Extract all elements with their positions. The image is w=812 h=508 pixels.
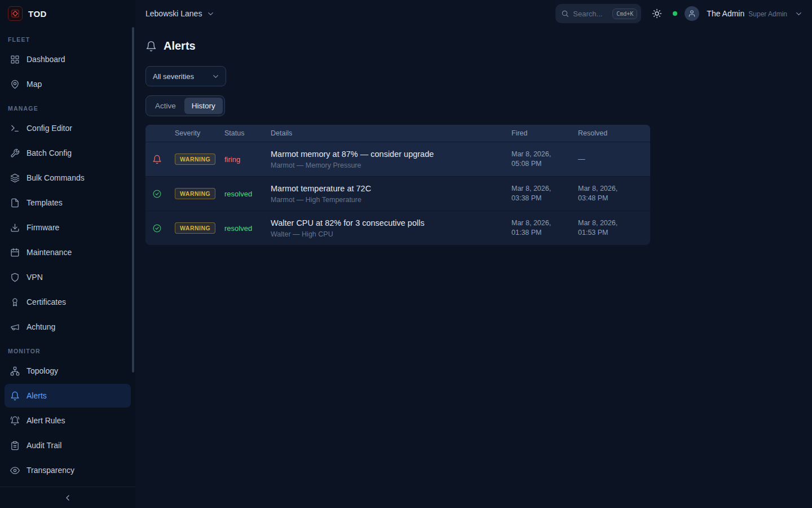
alert-subtitle: Marmot — High Temperature: [271, 196, 508, 204]
chevron-down-icon[interactable]: [795, 10, 803, 18]
sidebar-item-label: Batch Config: [27, 148, 72, 157]
tab-history[interactable]: History: [184, 98, 223, 114]
bell-ring-icon: [10, 416, 20, 426]
chevron-left-icon: [63, 493, 72, 502]
sidebar-item-vpn[interactable]: VPN: [5, 265, 131, 289]
fired-timestamp: Mar 8, 2026, 05:08 PM: [511, 150, 575, 169]
page-header: Alerts: [145, 40, 798, 52]
sidebar-item-config-editor[interactable]: Config Editor: [5, 116, 131, 140]
sidebar-item-dashboard[interactable]: Dashboard: [5, 47, 131, 71]
tod-logo-icon: [8, 6, 23, 21]
file-icon: [10, 198, 20, 208]
megaphone-icon: [10, 322, 20, 332]
sidebar-scrollbar[interactable]: [132, 27, 134, 373]
alert-details: Marmot temperature at 72C Marmot — High …: [271, 178, 508, 209]
wrench-icon: [10, 148, 20, 158]
map-pin-icon: [10, 80, 20, 89]
severity-badge: WARNING: [175, 188, 215, 199]
column-header-resolved: Resolved: [578, 129, 643, 137]
sidebar-item-label: Topology: [27, 366, 58, 375]
sidebar-item-label: Map: [27, 80, 42, 89]
sidebar-item-label: Firmware: [27, 223, 59, 232]
shield-icon: [10, 273, 20, 282]
alert-row[interactable]: WARNING firing Marmot memory at 87% — co…: [145, 142, 650, 176]
alert-subtitle: Walter — High CPU: [271, 230, 508, 238]
check-circle-icon: [152, 224, 162, 233]
bell-icon: [145, 41, 157, 52]
alert-row[interactable]: WARNING resolved Marmot temperature at 7…: [145, 176, 650, 211]
sidebar-item-certificates[interactable]: Certificates: [5, 290, 131, 314]
alert-subtitle: Marmot — Memory Pressure: [271, 161, 508, 169]
download-icon: [10, 223, 20, 233]
sidebar-item-label: Transparency: [27, 466, 74, 475]
severity-badge: WARNING: [175, 154, 215, 165]
user-menu[interactable]: The Admin Super Admin: [707, 9, 787, 18]
column-header-status: Status: [224, 129, 267, 137]
org-name: Lebowski Lanes: [145, 9, 202, 18]
fired-timestamp: Mar 8, 2026, 03:38 PM: [511, 184, 575, 203]
sidebar-item-batch-config[interactable]: Batch Config: [5, 141, 131, 165]
sidebar-item-topology[interactable]: Topology: [5, 359, 131, 383]
severity-filter-select[interactable]: All severities: [145, 66, 226, 86]
search-input[interactable]: [573, 10, 608, 18]
resolved-timestamp: Mar 8, 2026, 01:53 PM: [578, 218, 643, 238]
award-icon: [10, 297, 20, 307]
sidebar-item-label: Dashboard: [27, 55, 65, 64]
nav-section-monitor: MONITOR: [5, 340, 131, 359]
tabs-row: Active History: [145, 95, 798, 116]
fired-timestamp: Mar 8, 2026, 01:38 PM: [511, 218, 575, 238]
chevron-down-icon: [206, 10, 215, 18]
user-role-badge: Super Admin: [748, 10, 787, 18]
column-header-severity: Severity: [175, 129, 221, 137]
alert-title: Marmot temperature at 72C: [271, 184, 508, 193]
connection-status-dot: [673, 11, 677, 16]
sidebar-item-alerts[interactable]: Alerts: [5, 384, 131, 408]
brand-header[interactable]: TOD: [0, 0, 135, 27]
column-header-details: Details: [271, 129, 508, 137]
layers-icon: [10, 173, 20, 183]
sidebar-item-audit-trail[interactable]: Audit Trail: [5, 433, 131, 457]
sidebar: TOD FLEET Dashboard Map MANAGE: [0, 0, 135, 508]
alerts-table: Severity Status Details Fired Resolved W…: [145, 125, 650, 245]
sun-icon: [652, 8, 662, 19]
sidebar-item-label: Bulk Commands: [27, 173, 85, 182]
page-title: Alerts: [164, 40, 196, 52]
app-root: TOD FLEET Dashboard Map MANAGE: [0, 0, 812, 508]
search-box[interactable]: Cmd+K: [555, 4, 641, 23]
sidebar-item-alert-rules[interactable]: Alert Rules: [5, 409, 131, 432]
sidebar-item-label: Templates: [27, 198, 63, 207]
filter-row: All severities: [145, 66, 798, 86]
theme-toggle-button[interactable]: [648, 5, 665, 22]
org-switcher[interactable]: Lebowski Lanes: [145, 9, 215, 18]
alerts-table-header: Severity Status Details Fired Resolved: [145, 125, 650, 142]
calendar-icon: [10, 248, 20, 257]
content: Alerts All severities Active History: [135, 27, 812, 508]
sidebar-item-label: VPN: [27, 273, 43, 282]
sidebar-item-firmware[interactable]: Firmware: [5, 216, 131, 239]
status-text: resolved: [224, 224, 267, 233]
resolved-timestamp: Mar 8, 2026, 03:48 PM: [578, 184, 643, 203]
sidebar-collapse-button[interactable]: [60, 490, 76, 506]
resolved-timestamp: —: [578, 155, 643, 164]
sidebar-item-label: Alerts: [27, 391, 47, 400]
tab-active[interactable]: Active: [148, 98, 183, 114]
user-avatar[interactable]: [685, 6, 699, 21]
sidebar-item-templates[interactable]: Templates: [5, 191, 131, 214]
alert-details: Walter CPU at 82% for 3 consecutive poll…: [271, 213, 508, 244]
nav-section-manage: MANAGE: [5, 97, 131, 116]
sidebar-item-bulk-commands[interactable]: Bulk Commands: [5, 166, 131, 190]
user-name: The Admin: [707, 9, 744, 18]
sidebar-item-achtung[interactable]: Achtung: [5, 315, 131, 339]
brand-name: TOD: [28, 9, 47, 19]
terminal-icon: [10, 124, 20, 133]
sidebar-item-label: Audit Trail: [27, 441, 61, 450]
sidebar-item-map[interactable]: Map: [5, 72, 131, 96]
sidebar-item-maintenance[interactable]: Maintenance: [5, 240, 131, 264]
nav-section-fleet: FLEET: [5, 28, 131, 47]
clipboard-list-icon: [10, 441, 20, 450]
sidebar-item-transparency[interactable]: Transparency: [5, 458, 131, 482]
alerts-tablist: Active History: [145, 95, 225, 116]
alert-row[interactable]: WARNING resolved Walter CPU at 82% for 3…: [145, 211, 650, 245]
topbar: Lebowski Lanes Cmd+K: [135, 0, 812, 27]
severity-badge: WARNING: [175, 222, 215, 234]
